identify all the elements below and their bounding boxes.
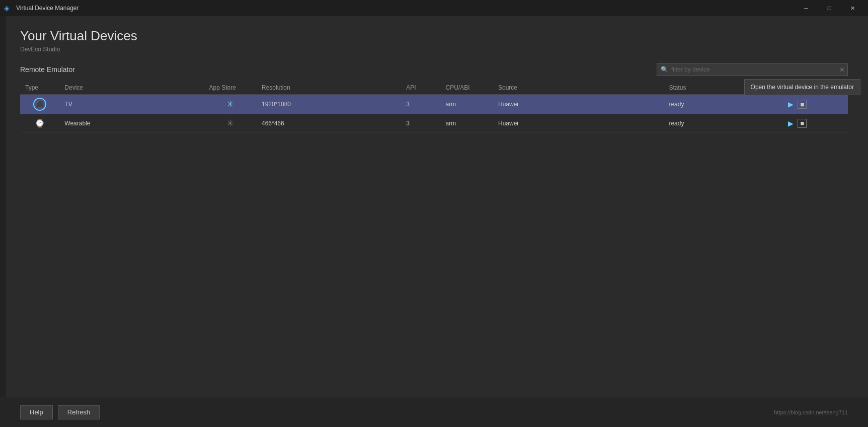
title-bar-title: Virtual Device Manager [16, 5, 79, 12]
cell-app-store: ✳ [204, 114, 257, 132]
filter-wrapper: 🔍 ✕ [657, 63, 848, 76]
cell-api: 3 [401, 95, 440, 114]
cell-cpu-abi: arm [441, 114, 493, 132]
cell-actions: ▶ ■ [782, 114, 848, 132]
section-title: Remote Emulator [20, 65, 75, 74]
app-store-icon-inactive: ✳ [226, 118, 234, 129]
close-button[interactable]: ✕ [841, 0, 864, 16]
col-actions [782, 81, 848, 95]
bottom-buttons: Help Refresh [20, 405, 100, 419]
cell-device: TV [59, 95, 204, 114]
url-text: https://blog.csdn.net/tseng711 [774, 409, 848, 415]
play-button[interactable]: ▶ [787, 99, 795, 109]
cell-type: ⬛ [20, 95, 59, 114]
col-cpu-abi: CPU/ABI [441, 81, 493, 95]
stop-button[interactable]: ■ [798, 119, 807, 128]
cell-app-store: ✳ [204, 95, 257, 114]
device-table-body: ⬛TV✳1920*10803armHuaweiready ▶ ■ ⌚Wearab… [20, 95, 848, 132]
bottom-bar: Help Refresh https://blog.csdn.net/tseng… [0, 397, 868, 427]
cell-cpu-abi: arm [441, 95, 493, 114]
table-row[interactable]: ⌚Wearable✳466*4663armHuaweiready ▶ ■ [20, 114, 848, 132]
table-row[interactable]: ⬛TV✳1920*10803armHuaweiready ▶ ■ [20, 95, 848, 114]
device-table: Type Device App Store Resolution API CPU… [20, 81, 848, 132]
minimize-button[interactable]: ─ [795, 0, 818, 16]
app-store-icon-active: ✳ [226, 99, 234, 110]
cell-status: ready [664, 95, 782, 114]
cell-source: Huawei [493, 95, 664, 114]
cell-status: ready [664, 114, 782, 132]
stop-button[interactable]: ■ [798, 100, 807, 109]
page-subtitle: DevEco Studio [20, 46, 848, 53]
cell-resolution: 466*466 [257, 114, 401, 132]
maximize-button[interactable]: □ [818, 0, 841, 16]
cell-source: Huawei [493, 114, 664, 132]
cell-resolution: 1920*1080 [257, 95, 401, 114]
main-content: Your Virtual Devices DevEco Studio Remot… [0, 16, 868, 397]
title-bar: ◈ Virtual Device Manager ─ □ ✕ [0, 0, 868, 16]
search-icon: 🔍 [661, 66, 668, 73]
page-title: Your Virtual Devices [20, 28, 848, 44]
col-api: API [401, 81, 440, 95]
cell-device: Wearable [59, 114, 204, 132]
col-type: Type [20, 81, 59, 95]
table-header-row: Type Device App Store Resolution API CPU… [20, 81, 848, 95]
col-source: Source [493, 81, 664, 95]
filter-input[interactable] [657, 63, 848, 76]
col-resolution: Resolution [257, 81, 401, 95]
tv-icon: ⬛ [33, 98, 46, 111]
help-button[interactable]: Help [20, 405, 53, 419]
wearable-icon: ⌚ [35, 118, 45, 128]
refresh-button[interactable]: Refresh [58, 405, 100, 419]
cell-api: 3 [401, 114, 440, 132]
cell-type: ⌚ [20, 114, 59, 132]
cell-actions: ▶ ■ [782, 95, 848, 114]
section-header: Remote Emulator 🔍 ✕ [20, 63, 848, 76]
play-button[interactable]: ▶ [787, 118, 795, 128]
title-bar-controls: ─ □ ✕ [795, 0, 864, 16]
filter-clear-icon[interactable]: ✕ [839, 66, 845, 74]
title-bar-left: ◈ Virtual Device Manager [4, 4, 79, 12]
col-appstore: App Store [204, 81, 257, 95]
left-sidebar-strip [0, 16, 6, 427]
col-status: Status [664, 81, 782, 95]
app-icon: ◈ [4, 4, 12, 12]
col-device: Device [59, 81, 204, 95]
